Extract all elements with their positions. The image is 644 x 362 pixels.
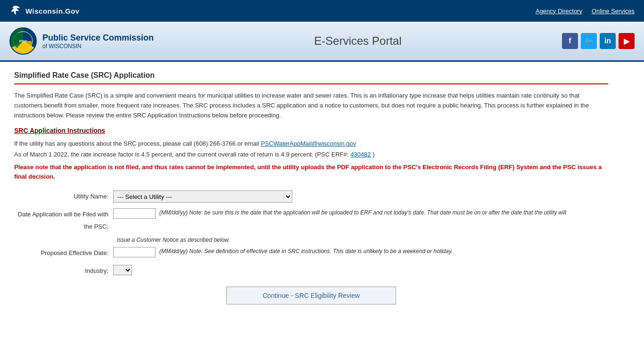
date-filed-input[interactable] xyxy=(113,208,156,219)
psc-logo-svg: PSC xyxy=(13,31,33,51)
erf-link[interactable]: 430482 xyxy=(350,151,371,158)
rate-text: As of March 1 2022, the rate increase fa… xyxy=(14,151,349,158)
agency-name: Public Service Commission xyxy=(42,33,154,43)
continue-button[interactable]: Continue - SRC Eligibility Review xyxy=(226,287,396,304)
date-note-continuation: issue a Customer Notice as described bel… xyxy=(117,237,608,243)
contact-line: If the utility has any questions about t… xyxy=(14,140,608,147)
social-icons-group: f 🐦 in ▶ xyxy=(562,33,635,49)
utility-name-select[interactable]: --- Select a Utility --- xyxy=(113,190,292,203)
psc-logo: PSC xyxy=(9,27,37,55)
svg-text:PSC: PSC xyxy=(19,39,27,43)
agency-sub: of WISCONSIN xyxy=(42,43,154,49)
utility-name-row: Utility Name: --- Select a Utility --- xyxy=(14,190,608,203)
wisconsin-gov-logo: Wisconsin.Gov xyxy=(9,4,80,17)
date-filed-label: Date Application will be Filed with the … xyxy=(14,208,113,233)
effective-date-label: Proposed Effective Date: xyxy=(14,247,113,259)
src-instructions-link[interactable]: SRC Application Instructions xyxy=(14,127,105,134)
facebook-icon[interactable]: f xyxy=(562,33,578,49)
agency-name-block: Public Service Commission of WISCONSIN xyxy=(42,33,154,49)
continue-button-row: Continue - SRC Eligibility Review xyxy=(14,287,608,304)
effective-date-row: Proposed Effective Date: (MM/dd/yy) Note… xyxy=(14,247,608,259)
linkedin-icon[interactable]: in xyxy=(600,33,616,49)
rate-line: As of March 1 2022, the rate increase fa… xyxy=(14,151,608,158)
warning-text: Please note that the application is not … xyxy=(14,163,608,181)
industry-label: Industry: xyxy=(14,265,113,277)
effective-date-input[interactable] xyxy=(113,247,156,257)
email-link[interactable]: PSCWaterAppMail@wisconsin.gov xyxy=(261,140,356,147)
industry-control xyxy=(113,265,608,275)
top-navigation-bar: Wisconsin.Gov Agency Directory Online Se… xyxy=(0,0,644,22)
agency-header: PSC Public Service Commission of WISCONS… xyxy=(0,22,644,62)
page-description: The Simplified Rate Case (SRC) is a simp… xyxy=(14,91,608,120)
src-form: Utility Name: --- Select a Utility --- D… xyxy=(14,190,608,304)
industry-row: Industry: xyxy=(14,265,608,277)
title-divider xyxy=(14,83,608,84)
twitter-icon[interactable]: 🐦 xyxy=(581,33,597,49)
online-services-link[interactable]: Online Services xyxy=(592,8,635,15)
portal-title: E-Services Portal xyxy=(154,34,562,48)
agency-directory-link[interactable]: Agency Directory xyxy=(536,8,582,15)
utility-name-label: Utility Name: xyxy=(14,190,113,203)
utility-name-control: --- Select a Utility --- xyxy=(113,190,608,203)
wisconsin-gov-text: Wisconsin.Gov xyxy=(25,7,80,15)
top-nav-links: Agency Directory Online Services xyxy=(536,8,635,15)
youtube-icon[interactable]: ▶ xyxy=(619,33,635,49)
main-content: Simplified Rate Case (SRC) Application T… xyxy=(0,62,622,314)
effective-date-control: (MM/dd/yy) Note: See definition of effec… xyxy=(113,247,608,257)
erf-close: ) xyxy=(372,151,374,158)
wisconsin-bird-icon xyxy=(9,4,23,17)
date-filed-note: (MM/dd/yy) Note: be sure this is the dat… xyxy=(159,208,566,217)
page-title: Simplified Rate Case (SRC) Application xyxy=(14,71,608,80)
industry-select[interactable] xyxy=(113,265,132,275)
agency-branding: PSC Public Service Commission of WISCONS… xyxy=(9,27,154,55)
effective-date-note: (MM/dd/yy) Note: See definition of effec… xyxy=(159,247,453,255)
date-filed-row: Date Application will be Filed with the … xyxy=(14,208,608,233)
contact-text: If the utility has any questions about t… xyxy=(14,140,259,147)
date-filed-control: (MM/dd/yy) Note: be sure this is the dat… xyxy=(113,208,608,219)
